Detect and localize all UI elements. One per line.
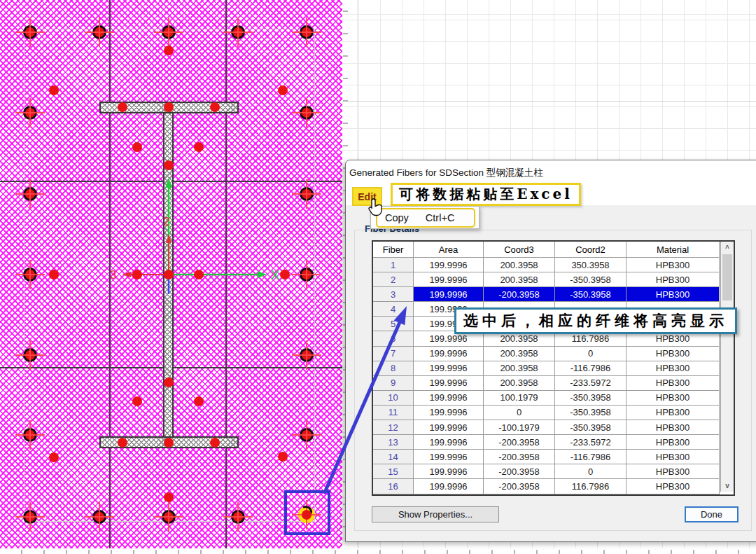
steel-fiber[interactable] [49,270,59,279]
rebar-fiber[interactable] [23,187,37,201]
table-cell: 200.3958 [484,272,555,286]
table-row[interactable]: 13199.9996-200.3958-233.5972HPB300 [373,435,720,450]
fiber-selection-box [284,490,330,535]
steel-fiber[interactable] [118,438,127,448]
fiber-table[interactable]: FiberAreaCoord3Coord2Material1199.999620… [373,242,720,494]
rebar-fiber[interactable] [23,106,37,120]
table-cell: 199.9996 [414,450,484,464]
rebar-fiber[interactable] [231,25,245,39]
rebar-fiber[interactable] [300,268,314,282]
table-cell: 200.3958 [484,361,555,375]
table-cell: 15 [373,464,414,478]
table-cell: 13 [373,435,414,449]
table-row[interactable]: 2199.9996200.3958-350.3958HPB300 [373,272,720,287]
table-cell: HPB300 [626,391,720,405]
rebar-fiber[interactable] [300,428,314,442]
rebar-fiber[interactable] [23,428,37,442]
rebar-fiber[interactable] [23,510,37,524]
table-cell: 199.9996 [414,406,484,420]
table-cell: HPB300 [626,464,720,478]
steel-fiber[interactable] [194,142,204,152]
table-cell: -200.3958 [484,479,555,493]
table-cell: 199.9996 [414,391,484,405]
scroll-up-icon[interactable]: ^ [721,242,734,254]
table-cell: 199.9996 [414,258,484,272]
steel-fiber[interactable] [132,142,142,152]
table-cell: -200.3958 [484,287,555,301]
edit-menu-item[interactable]: Edit [352,187,382,206]
rebar-fiber[interactable] [23,268,37,282]
table-cell: -200.3958 [484,464,555,478]
steel-fiber[interactable] [164,270,174,279]
rebar-fiber[interactable] [23,25,37,39]
steel-fiber[interactable] [280,270,290,279]
copy-menu-item[interactable]: Copy Ctrl+C [376,208,475,228]
table-row[interactable]: 10199.9996100.1979-350.3958HPB300 [373,391,720,406]
table-row[interactable]: 16199.9996-200.3958116.7986HPB300 [373,479,720,494]
table-row[interactable]: 15199.9996-200.39580HPB300 [373,464,720,479]
table-cell: HPB300 [626,287,720,301]
table-cell: HPB300 [626,376,720,390]
table-row[interactable]: 7199.9996200.39580HPB300 [373,347,720,361]
table-cell: HPB300 [626,258,720,272]
steel-fiber[interactable] [49,452,59,462]
steel-fiber[interactable] [194,270,204,279]
steel-fiber[interactable] [132,270,142,279]
steel-fiber[interactable] [194,396,204,406]
done-button[interactable]: Done [685,506,738,522]
rebar-fiber[interactable] [231,510,245,524]
table-scrollbar[interactable]: ^ v [720,242,734,492]
rebar-fiber[interactable] [92,25,106,39]
steel-fiber[interactable] [210,102,220,112]
table-row[interactable]: 1199.9996200.3958350.3958HPB300 [373,258,720,272]
table-row[interactable]: 8199.9996200.3958-116.7986HPB300 [373,361,720,376]
section-view[interactable]: X 3 2 [0,0,342,548]
steel-fiber[interactable] [164,160,174,170]
scrollbar-thumb[interactable] [722,254,732,300]
steel-fiber[interactable] [278,452,288,462]
scroll-down-icon[interactable]: v [721,480,734,491]
steel-fiber[interactable] [118,102,127,112]
rebar-fiber[interactable] [300,106,314,120]
dialog-title: Generated Fibers for SDSection 型钢混凝土柱 [349,167,543,179]
table-cell: 11 [373,406,414,420]
table-cell: -233.5972 [555,376,626,390]
rebar-fiber[interactable] [162,510,176,524]
rebar-fiber[interactable] [23,348,37,362]
table-cell: 199.9996 [414,479,484,493]
rebar-fiber[interactable] [300,25,314,39]
steel-fiber[interactable] [164,492,174,502]
table-cell: HPB300 [626,420,720,434]
steel-fiber[interactable] [210,438,220,448]
steel-fiber[interactable] [164,46,174,55]
table-row[interactable]: 11199.99960-350.3958HPB300 [373,406,720,420]
table-cell: 200.3958 [484,347,555,361]
table-cell: -100.1979 [484,420,555,434]
steel-fiber[interactable] [164,102,174,112]
column-header: Area [414,242,484,257]
rebar-fiber[interactable] [92,510,106,524]
steel-fiber[interactable] [164,438,174,448]
column-header: Fiber [373,242,414,257]
rebar-fiber[interactable] [162,25,176,39]
steel-fiber[interactable] [49,85,59,95]
table-cell: 350.3958 [555,258,626,272]
column-header: Coord3 [484,242,555,257]
table-row[interactable]: 14199.9996-200.3958-116.7986HPB300 [373,450,720,464]
rebar-fiber[interactable] [300,348,314,362]
table-cell: 8 [373,361,414,375]
steel-fiber[interactable] [278,85,288,95]
table-cell: 0 [555,347,626,361]
rebar-fiber[interactable] [300,187,314,201]
steel-fiber[interactable] [132,396,142,406]
table-cell: 100.1979 [484,391,555,405]
table-row[interactable]: 12199.9996-100.1979-350.3958HPB300 [373,420,720,435]
table-cell: -350.3958 [555,391,626,405]
table-row[interactable]: 3199.9996-200.3958-350.3958HPB300 [373,287,720,302]
table-cell: -350.3958 [555,287,626,301]
table-cell: -350.3958 [555,406,626,420]
steel-fiber[interactable] [164,378,174,387]
show-properties-button[interactable]: Show Properties... [372,506,499,522]
workspace-guide-line [342,101,756,102]
table-row[interactable]: 9199.9996200.3958-233.5972HPB300 [373,376,720,391]
